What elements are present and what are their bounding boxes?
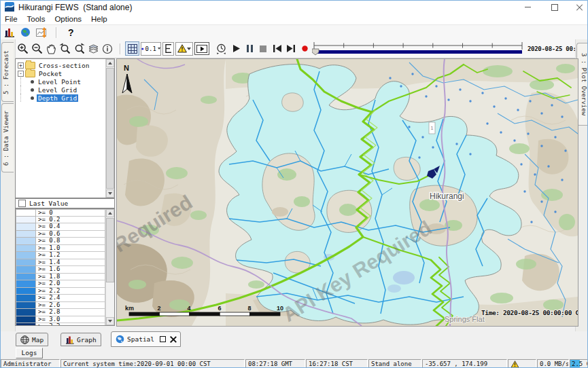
svg-text:1: 1 — [431, 126, 434, 130]
tree-item[interactable]: -Pocket — [18, 69, 105, 77]
step-forward-button[interactable] — [287, 45, 295, 52]
classification-button[interactable] — [162, 42, 174, 56]
thresholds-dropdown[interactable] — [175, 42, 193, 56]
legend-scrollbar[interactable] — [105, 209, 114, 325]
step-back-button[interactable] — [273, 45, 281, 52]
legend-value: >= 1.6 — [36, 266, 105, 274]
spatial-display-icon[interactable] — [20, 27, 31, 37]
legend-swatch — [16, 223, 36, 231]
menu-help[interactable]: Help — [91, 15, 113, 23]
dock-tab-bar: Map Graph Spatial — [1, 331, 587, 347]
animation-dialog-button[interactable] — [194, 42, 209, 55]
zoom-out-icon[interactable] — [31, 43, 43, 54]
scroll-down-icon[interactable] — [106, 189, 114, 198]
tab-map[interactable]: Map — [16, 333, 48, 346]
status-local-time: 16:27:18 CST — [306, 359, 368, 368]
legend-title: Last Value — [29, 200, 68, 207]
tree-scrollbar[interactable] — [105, 59, 114, 198]
slider-thumb[interactable] — [312, 49, 319, 55]
timeseries-dialog-icon[interactable] — [36, 27, 48, 38]
legend-swatch — [16, 274, 36, 281]
tree-item[interactable]: Level Point — [18, 77, 105, 86]
legend-header: Last Value — [15, 198, 115, 208]
tree-item-label[interactable]: Cross-section — [37, 62, 90, 69]
record-button[interactable] — [302, 45, 308, 52]
legend-swatch — [16, 280, 36, 288]
legend-list: >= 0>= 0.2>= 0.4>= 0.6>= 0.8>= 1.0>= 1.2… — [16, 209, 105, 325]
scroll-up-icon[interactable] — [106, 209, 114, 217]
tab-spatial[interactable]: Spatial — [111, 331, 181, 347]
tab-spatial-label: Spatial — [127, 335, 154, 343]
logs-button[interactable]: Logs — [16, 348, 43, 358]
toolbar-separator — [56, 27, 57, 38]
legend-row: >= 2.0 — [16, 280, 105, 288]
legend-swatch — [16, 238, 36, 245]
toolbar-separator — [120, 43, 121, 54]
time-slider[interactable] — [312, 41, 524, 57]
pan-hand-icon[interactable] — [46, 43, 56, 54]
status-alerts[interactable] — [508, 359, 536, 368]
status-user: Administrator — [1, 359, 60, 368]
zoom-previous-icon[interactable] — [59, 43, 71, 54]
application-window: Hikurangi FEWS (Stand alone) File Tools … — [0, 0, 588, 368]
zoom-next-icon[interactable] — [73, 43, 85, 54]
layers-icon[interactable] — [88, 43, 99, 54]
legend-panel: >= 0>= 0.2>= 0.4>= 0.6>= 0.8>= 1.0>= 1.2… — [15, 208, 115, 326]
filter-tree-panel: +Cross-section-PocketLevel PointLevel Gr… — [15, 58, 115, 198]
tree-view[interactable]: +Cross-section-PocketLevel PointLevel Gr… — [16, 59, 105, 198]
tree-item-label[interactable]: Level Grid — [37, 86, 78, 94]
last-value-checkbox[interactable] — [18, 200, 26, 207]
zoom-in-icon[interactable] — [17, 43, 29, 54]
menu-options[interactable]: Options — [54, 15, 87, 23]
title-bar[interactable]: Hikurangi FEWS (Stand alone) — [1, 1, 587, 14]
database-viewer-icon[interactable] — [4, 27, 15, 38]
tab-data-viewer[interactable]: 6 : Data Viewer — [1, 103, 14, 172]
tab-graph-label: Graph — [77, 336, 97, 344]
tab-graph[interactable]: Graph — [60, 333, 101, 346]
maximize-panel-icon[interactable] — [160, 336, 166, 342]
tab-forecast[interactable]: 5 : Forecast — [1, 42, 14, 102]
tree-connector — [20, 86, 31, 94]
legend-value: >= 2.4 — [36, 295, 105, 302]
pause-button[interactable] — [247, 45, 253, 52]
legend-value: >= 2.8 — [36, 309, 105, 316]
animation-timer-icon[interactable] — [215, 43, 227, 54]
svg-text:10: 10 — [277, 305, 283, 312]
minimize-button[interactable] — [519, 1, 536, 14]
tree-expander-icon[interactable]: - — [18, 71, 24, 77]
svg-text:6: 6 — [218, 305, 221, 312]
opacity-dropdown[interactable]: 0.1 — [141, 42, 161, 56]
main-toolbar: ? — [1, 25, 587, 39]
help-icon[interactable]: ? — [68, 27, 74, 38]
warning-triangle-icon — [511, 361, 519, 368]
legend-row: >= 0.8 — [16, 238, 105, 245]
menu-file[interactable]: File — [5, 15, 23, 23]
maximize-button[interactable] — [546, 1, 564, 14]
grid-display-button[interactable] — [125, 41, 139, 56]
legend-swatch — [16, 266, 36, 274]
info-icon[interactable] — [102, 43, 113, 54]
globe-wireframe-icon — [20, 335, 29, 344]
tree-item-label[interactable]: Depth Grid — [37, 94, 78, 102]
tree-item-label[interactable]: Level Point — [37, 78, 82, 86]
close-button[interactable] — [570, 1, 588, 14]
legend-row: >= 0.2 — [16, 217, 105, 224]
legend-row: >= 2.8 — [16, 309, 105, 316]
legend-row: >= 2.2 — [16, 288, 105, 295]
tree-expander-icon[interactable]: + — [18, 62, 24, 69]
menu-tools[interactable]: Tools — [27, 15, 51, 23]
tree-item-label[interactable]: Pocket — [37, 70, 63, 77]
play-button[interactable] — [233, 45, 240, 52]
close-panel-icon[interactable] — [170, 336, 176, 342]
globe-icon — [116, 335, 124, 344]
legend-row: >= 3.2 — [16, 323, 105, 325]
tree-item[interactable]: Depth Grid — [18, 94, 105, 102]
folder-icon — [25, 62, 35, 69]
scroll-up-icon[interactable] — [106, 59, 114, 67]
legend-row: >= 0.4 — [16, 223, 105, 231]
map-viewport[interactable]: 1 API Key Required API Key Required Hiku… — [116, 58, 578, 327]
stop-button[interactable] — [260, 45, 266, 52]
tree-item[interactable]: Level Grid — [18, 86, 105, 94]
scroll-down-icon[interactable] — [106, 317, 114, 325]
status-memory-gauge: 2.5 GB — [570, 359, 588, 368]
